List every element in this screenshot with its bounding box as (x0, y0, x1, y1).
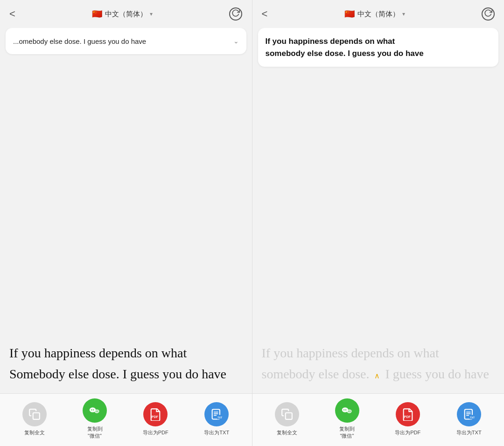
right-nav-bar: < 🇨🇳 中文（简体） ▾ (252, 0, 504, 28)
right-txt-icon: TXT (457, 402, 481, 426)
left-pdf-label: 导出为PDF (143, 429, 168, 436)
left-pdf-button[interactable]: PDF 导出为PDF (143, 402, 168, 436)
left-lang-chevron-icon: ▾ (150, 11, 153, 17)
svg-point-5 (96, 411, 97, 412)
right-refresh-button[interactable] (482, 7, 495, 21)
svg-point-20 (350, 411, 350, 412)
left-content-area: ...omebody else dose. I guess you do hav… (0, 28, 252, 393)
left-flag-icon: 🇨🇳 (92, 9, 102, 19)
left-lang-text: 中文（简体） (105, 10, 147, 19)
right-bottom-toolbar: 复制全文 复制到"微信" (252, 393, 504, 446)
left-wechat-icon (83, 398, 107, 423)
right-wechat-button[interactable]: 复制到"微信" (335, 398, 359, 439)
left-copy-all-icon (22, 402, 47, 426)
right-copy-all-label: 复制全文 (277, 429, 297, 436)
left-bottom-toolbar: 复制全文 复制到"微信" (0, 393, 252, 446)
right-pdf-label: 导出为PDF (395, 429, 420, 436)
left-pdf-icon: PDF (143, 402, 168, 426)
right-wechat-icon (335, 398, 359, 423)
right-back-button[interactable]: < (262, 8, 268, 20)
right-pdf-icon: PDF (396, 402, 420, 426)
svg-point-17 (345, 409, 346, 410)
right-handwriting-line2: somebody else dose. ∧ I guess you do hav… (258, 364, 493, 385)
left-input-text: ...omebody else dose. I guess you do hav… (13, 37, 230, 45)
right-copy-all-button[interactable]: 复制全文 (275, 402, 299, 436)
left-txt-icon: TXT (204, 402, 229, 426)
left-input-box[interactable]: ...omebody else dose. I guess you do hav… (6, 28, 246, 54)
left-input-chevron-icon: ⌄ (233, 37, 239, 45)
right-refresh-icon (484, 9, 492, 19)
left-nav-bar: < 🇨🇳 中文（简体） ▾ (0, 0, 252, 28)
svg-rect-0 (33, 412, 40, 419)
right-lang-selector[interactable]: 🇨🇳 中文（简体） ▾ (344, 9, 405, 19)
svg-point-2 (91, 409, 92, 410)
left-handwriting-line2: Somebody else dose. I guess you do have (6, 364, 230, 385)
svg-point-19 (348, 411, 349, 412)
left-txt-label: 导出为TXT (204, 429, 229, 436)
left-handwriting-area: If you happiness depends on what Somebod… (6, 58, 246, 390)
right-flag-icon: 🇨🇳 (344, 9, 355, 19)
right-output-box: If you happiness depends on what somebod… (258, 28, 499, 67)
left-wechat-label: 复制到"微信" (87, 425, 103, 439)
svg-point-6 (97, 411, 98, 412)
svg-point-4 (94, 409, 99, 413)
left-wechat-button[interactable]: 复制到"微信" (83, 398, 107, 439)
left-txt-button[interactable]: TXT 导出为TXT (204, 402, 229, 436)
svg-point-18 (347, 409, 352, 413)
svg-text:PDF: PDF (404, 415, 411, 418)
svg-text:PDF: PDF (152, 415, 159, 418)
left-lang-selector[interactable]: 🇨🇳 中文（简体） ▾ (92, 9, 153, 19)
left-handwriting-line1: If you happiness depends on what (6, 343, 230, 364)
svg-point-3 (93, 409, 94, 410)
right-txt-button[interactable]: TXT 导出为TXT (456, 402, 482, 436)
left-toolbar-buttons: 复制全文 复制到"微信" (0, 398, 252, 439)
right-lang-text: 中文（简体） (357, 10, 399, 19)
left-back-button[interactable]: < (9, 8, 15, 20)
left-copy-all-label: 复制全文 (24, 429, 45, 436)
right-content-area: If you happiness depends on what somebod… (252, 28, 504, 393)
left-refresh-button[interactable] (229, 7, 242, 21)
svg-text:TXT: TXT (470, 416, 475, 418)
right-output-text: If you happiness depends on what somebod… (266, 35, 491, 59)
right-wechat-label: 复制到"微信" (339, 425, 355, 439)
svg-rect-14 (286, 412, 292, 419)
right-pdf-button[interactable]: PDF 导出为PDF (395, 402, 420, 436)
right-handwriting-line1: If you happiness depends on what (258, 343, 493, 364)
right-handwriting-area: If you happiness depends on what somebod… (258, 70, 499, 390)
right-toolbar-buttons: 复制全文 复制到"微信" (252, 398, 504, 439)
right-lang-chevron-icon: ▾ (402, 11, 405, 17)
right-copy-all-icon (275, 402, 299, 426)
svg-point-16 (343, 409, 344, 410)
left-copy-all-button[interactable]: 复制全文 (22, 402, 47, 436)
svg-text:TXT: TXT (218, 416, 223, 418)
left-refresh-icon (231, 9, 240, 19)
up-arrow-icon: ∧ (374, 370, 380, 382)
right-txt-label: 导出为TXT (456, 429, 482, 436)
